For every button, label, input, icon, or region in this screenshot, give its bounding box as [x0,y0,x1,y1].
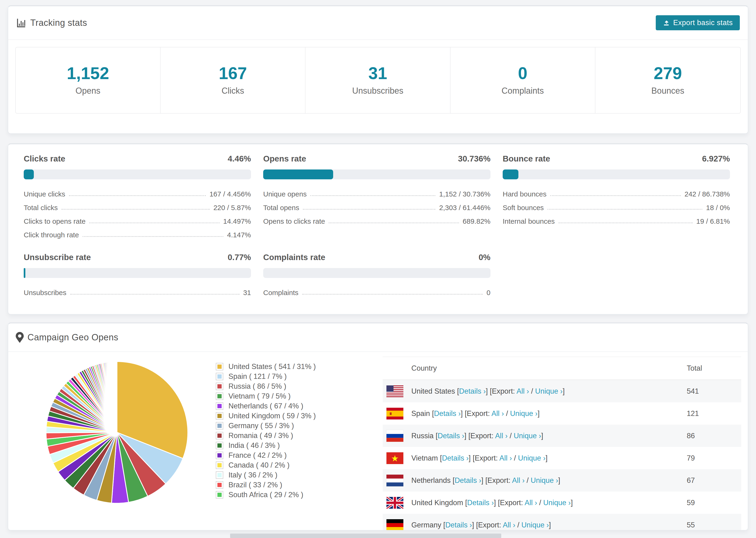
details-link[interactable]: Details › [459,387,486,395]
export-all-link[interactable]: All › [495,432,508,440]
export-all-link[interactable]: All › [491,409,504,418]
rate-value: 6.927% [702,154,730,163]
rate-title: Complaints rate [263,252,325,262]
legend-swatch [216,481,223,489]
rate-row-label: Unsubscribes [24,289,67,297]
dotted-leader [70,294,240,295]
export-prefix: [Export: [498,499,525,507]
stat-label: Opens [76,86,100,96]
slash: / [524,476,531,484]
legend-item: United Kingdom ( 59 / 3% ) [216,411,316,421]
dotted-leader [69,195,206,196]
export-unique-link[interactable]: Unique › [514,432,541,440]
map-pin-icon [16,332,24,343]
stat-box-unsubscribes: 31Unsubscribes [305,47,450,113]
rate-row-label: Clicks to opens rate [24,217,85,225]
rate-block-complaints: Complaints rate0%Complaints0 [263,252,490,299]
country-name: Germany [411,521,443,529]
tracking-stats-card: Tracking stats Export basic stats 1,152O… [8,6,748,134]
legend-label: Brazil ( 33 / 2% ) [229,481,282,489]
rate-detail-row: Click through rate4.147% [24,228,251,242]
slash: / [504,409,510,418]
rate-detail-row: Complaints0 [263,286,490,299]
bracket: ] [469,454,473,462]
dotted-leader [548,209,702,210]
rate-progress-track [263,170,490,179]
legend-swatch [216,422,223,430]
details-link[interactable]: Details › [442,454,469,462]
dotted-leader [89,223,219,223]
legend-item: Italy ( 36 / 2% ) [216,470,316,480]
bracket: ] [494,499,498,507]
export-unique-link[interactable]: Unique › [531,476,558,484]
legend-item: Netherlands ( 67 / 4% ) [216,401,316,411]
details-link[interactable]: Details › [434,409,461,418]
legend-item: Canada ( 40 / 2% ) [216,460,316,470]
slash: / [537,499,543,507]
export-icon [663,19,670,26]
stat-box-clicks: 167Clicks [161,47,305,113]
rate-row-value: 4.147% [227,231,251,239]
rate-rows: Unique opens1,152 / 30.736%Total opens2,… [263,187,490,228]
rate-head: Unsubscribe rate0.77% [24,252,251,262]
export-unique-link[interactable]: Unique › [521,521,549,529]
export-unique-link[interactable]: Unique › [510,409,537,418]
rate-detail-row: Total clicks220 / 5.87% [24,201,251,215]
geo-table-row: Russia [Details ›] [Export: All › / Uniq… [383,425,741,447]
pie-legend: United States ( 541 / 31% )Spain ( 121 /… [216,362,316,500]
flag-es-icon [387,408,404,419]
stat-value: 279 [654,65,682,82]
rate-head: Complaints rate0% [263,252,490,262]
export-prefix: [Export: [476,521,503,529]
export-all-link[interactable]: All › [503,521,515,529]
export-all-link[interactable]: All › [512,476,524,484]
rate-row-label: Internal bounces [503,217,555,225]
legend-label: India ( 46 / 3% ) [229,441,280,450]
country-cell: Russia [Details ›] [Export: All › / Uniq… [411,432,543,440]
legend-swatch [216,452,223,459]
legend-swatch [216,412,223,420]
dotted-leader [302,294,483,295]
bar-chart-icon [16,17,27,28]
rate-detail-row: Hard bounces242 / 86.738% [503,187,730,201]
legend-swatch [216,393,223,400]
legend-item: India ( 46 / 3% ) [216,441,316,451]
flag-nl-icon [387,475,404,486]
total-cell: 59 [687,499,695,507]
bracket: [ [436,432,438,440]
export-all-link[interactable]: All › [516,387,529,395]
dotted-leader [550,195,681,196]
rate-block-clicks: Clicks rate4.46%Unique clicks167 / 4.456… [24,154,251,242]
export-all-link[interactable]: All › [499,454,512,462]
rate-detail-row: Internal bounces19 / 6.81% [503,215,730,228]
legend-label: United States ( 541 / 31% ) [229,362,316,371]
pie-slice-other[interactable] [117,361,117,432]
details-link[interactable]: Details › [445,521,472,529]
details-link[interactable]: Details › [455,476,481,484]
export-basic-stats-button[interactable]: Export basic stats [656,15,740,30]
stat-value: 1,152 [67,65,109,82]
export-prefix: [Export: [468,432,495,440]
stat-box-complaints: 0Complaints [451,47,595,113]
legend-swatch [216,383,223,390]
export-unique-link[interactable]: Unique › [543,499,571,507]
export-unique-link[interactable]: Unique › [518,454,545,462]
export-unique-link[interactable]: Unique › [535,387,563,395]
horizontal-scrollbar[interactable] [230,534,501,538]
dotted-leader [329,223,459,223]
export-all-link[interactable]: All › [524,499,537,507]
rate-detail-row: Clicks to opens rate14.497% [24,215,251,228]
geo-content: United States ( 541 / 31% )Spain ( 121 /… [8,352,748,530]
flag-de-icon [387,519,404,531]
rate-block-bounce: Bounce rate6.927%Hard bounces242 / 86.73… [503,154,730,242]
column-header-total: Total [687,364,702,372]
rate-row-label: Total opens [263,204,299,212]
legend-item: United States ( 541 / 31% ) [216,362,316,372]
details-link[interactable]: Details › [438,432,464,440]
rate-rows: Complaints0 [263,286,490,299]
country-name: United States [411,387,457,395]
rate-detail-row: Opens to clicks rate689.82% [263,215,490,228]
geo-table: Country Total United States [Details ›] … [383,356,741,530]
rate-progress-fill [503,170,518,179]
details-link[interactable]: Details › [467,499,494,507]
